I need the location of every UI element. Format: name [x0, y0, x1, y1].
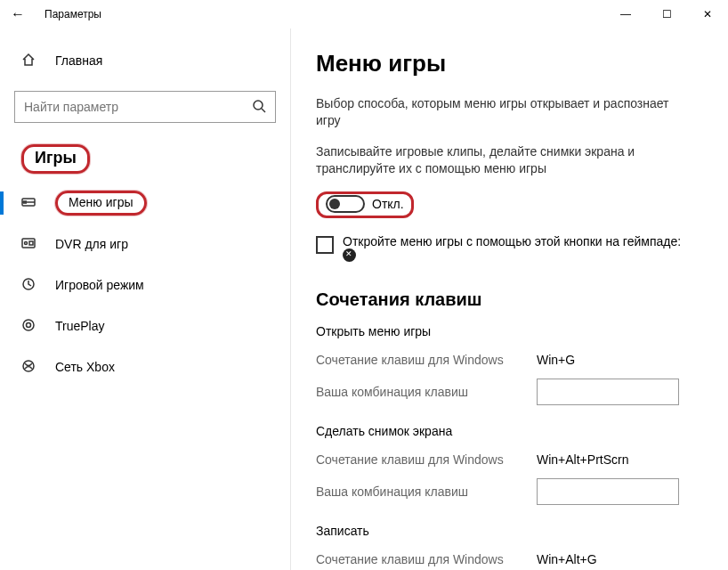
shortcut-group-open: Открыть меню игры Сочетание клавиш для W…: [316, 324, 710, 408]
xbox-icon: [21, 359, 39, 376]
sidebar-home-label: Главная: [55, 53, 102, 68]
shortcut-title: Открыть меню игры: [316, 324, 710, 338]
shortcut-userlabel: Ваша комбинация клавиш: [316, 484, 537, 499]
sidebar-item-game-mode[interactable]: Игровой режим: [0, 265, 290, 305]
minimize-button[interactable]: —: [605, 0, 646, 28]
shortcut-group-record: Записать Сочетание клавиш для Windows Wi…: [316, 524, 710, 570]
shortcut-winval: Win+Alt+G: [537, 552, 597, 566]
dvr-icon: [21, 236, 39, 253]
game-bar-icon: [21, 195, 39, 212]
sidebar-item-label: Сеть Xbox: [55, 360, 115, 374]
shortcut-winlabel: Сочетание клавиш для Windows: [316, 452, 537, 467]
shortcut-group-screenshot: Сделать снимок экрана Сочетание клавиш д…: [316, 424, 710, 508]
shortcut-input[interactable]: [537, 478, 679, 505]
sidebar-item-game-bar[interactable]: Меню игры: [0, 183, 290, 224]
sidebar-item-label: Меню игры: [55, 191, 147, 216]
search-input[interactable]: [14, 91, 276, 123]
toggle-state-label: Откл.: [372, 197, 404, 211]
svg-point-6: [23, 320, 34, 330]
shortcut-winval: Win+G: [537, 353, 575, 367]
maximize-button[interactable]: ☐: [646, 0, 687, 28]
shortcut-userlabel: Ваша комбинация клавиш: [316, 385, 537, 399]
shortcut-winlabel: Сочетание клавиш для Windows: [316, 552, 537, 566]
search-icon: [252, 99, 266, 116]
close-button[interactable]: ✕: [687, 0, 728, 28]
sidebar-item-xbox-network[interactable]: Сеть Xbox: [0, 346, 290, 387]
shortcut-winval: Win+Alt+PrtScrn: [537, 452, 628, 467]
sidebar-item-label: Игровой режим: [55, 278, 144, 292]
svg-point-0: [254, 101, 263, 110]
sidebar-item-label: TruePlay: [55, 319, 105, 333]
page-title: Меню игры: [316, 50, 710, 77]
page-description: Выбор способа, которым меню игры открыва…: [316, 95, 690, 129]
back-button[interactable]: ←: [11, 6, 30, 22]
search-field[interactable]: [24, 100, 252, 114]
main-panel: Меню игры Выбор способа, которым меню иг…: [291, 28, 728, 570]
sidebar-home[interactable]: Главная: [0, 43, 290, 78]
sidebar-item-trueplay[interactable]: TruePlay: [0, 305, 290, 346]
toggle-highlight: Откл.: [316, 191, 414, 218]
shortcut-winlabel: Сочетание клавиш для Windows: [316, 353, 537, 367]
sidebar-item-game-dvr[interactable]: DVR для игр: [0, 224, 290, 265]
svg-point-7: [27, 322, 31, 327]
svg-point-3: [25, 241, 28, 244]
shortcut-input[interactable]: [537, 379, 679, 405]
gamepad-checkbox-label: Откройте меню игры с помощью этой кнопки…: [343, 234, 690, 263]
game-bar-toggle[interactable]: [326, 195, 365, 213]
shortcut-title: Записать: [316, 524, 710, 538]
sidebar: Главная Игры Меню игры DVR для игр: [0, 28, 291, 570]
home-icon: [21, 53, 39, 69]
sidebar-item-label: DVR для игр: [55, 237, 128, 251]
game-mode-icon: [21, 277, 39, 294]
sidebar-section-title: Игры: [0, 139, 290, 183]
xbox-button-icon: [343, 248, 356, 262]
titlebar: ← Параметры — ☐ ✕: [0, 0, 728, 28]
gamepad-checkbox[interactable]: [316, 236, 334, 254]
shortcuts-heading: Сочетания клавиш: [316, 289, 710, 310]
shortcut-title: Сделать снимок экрана: [316, 424, 710, 438]
window-title: Параметры: [44, 8, 101, 20]
toggle-caption: Записывайте игровые клипы, делайте снимк…: [316, 143, 690, 177]
svg-rect-4: [29, 241, 33, 245]
trueplay-icon: [21, 318, 39, 335]
